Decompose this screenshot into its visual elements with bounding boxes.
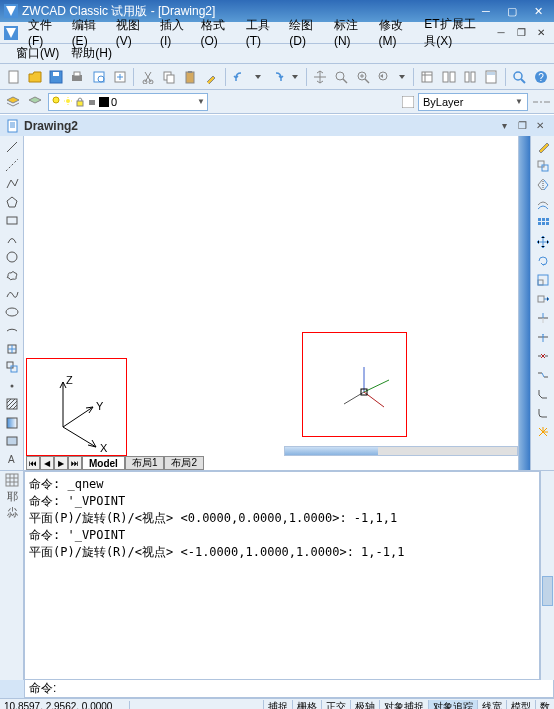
help-button[interactable]: ? <box>531 67 550 87</box>
explode-button[interactable] <box>533 423 553 441</box>
menu-help[interactable]: 帮助(H) <box>71 45 112 62</box>
block-button[interactable] <box>2 359 22 376</box>
zoom-realtime-button[interactable] <box>332 67 351 87</box>
menu-ext[interactable]: ET扩展工具(X) <box>418 14 490 52</box>
mtext-button[interactable]: A <box>2 451 22 468</box>
join-button[interactable] <box>533 366 553 384</box>
toggle-snap[interactable]: 捕捉 <box>263 700 292 710</box>
extend-button[interactable] <box>533 328 553 346</box>
undo-button[interactable] <box>230 67 249 87</box>
print-preview-button[interactable] <box>89 67 108 87</box>
doc-close-button[interactable]: ✕ <box>532 120 548 131</box>
horizontal-scrollbar[interactable] <box>284 446 518 456</box>
matchprop-button[interactable] <box>202 67 221 87</box>
stretch-button[interactable] <box>533 290 553 308</box>
toggle-model[interactable]: 模型 <box>506 700 535 710</box>
rectangle-button[interactable] <box>2 212 22 229</box>
arc-button[interactable] <box>2 230 22 247</box>
tab-prev-button[interactable]: ◀ <box>40 456 54 470</box>
text-icon[interactable]: 耶 <box>5 489 19 503</box>
close-button[interactable]: ✕ <box>526 3 550 19</box>
undo-dropdown[interactable] <box>251 73 264 81</box>
toggle-polar[interactable]: 极轴 <box>350 700 379 710</box>
erase-button[interactable] <box>533 138 553 156</box>
zoom-dropdown[interactable] <box>395 73 408 81</box>
command-input[interactable]: 命令: <box>24 680 554 698</box>
doc-restore-button[interactable]: ❐ <box>514 120 530 131</box>
save-button[interactable] <box>46 67 65 87</box>
rotate-button[interactable] <box>533 252 553 270</box>
publish-button[interactable] <box>110 67 129 87</box>
pline-button[interactable] <box>2 175 22 192</box>
gradient-button[interactable] <box>2 414 22 431</box>
grid-icon[interactable] <box>5 473 19 487</box>
offset-button[interactable] <box>533 195 553 213</box>
linetype-button[interactable] <box>532 93 550 111</box>
color-combo[interactable]: ByLayer ▼ <box>418 93 528 111</box>
properties-button[interactable] <box>418 67 437 87</box>
menu-format[interactable]: 格式(O) <box>195 15 238 50</box>
menu-dim[interactable]: 标注(N) <box>328 15 371 50</box>
chamfer-button[interactable] <box>533 385 553 403</box>
vertical-scrollbar[interactable] <box>518 136 530 470</box>
copy-obj-button[interactable] <box>533 157 553 175</box>
layer-combo[interactable]: 0 ▼ <box>48 93 208 111</box>
circle-button[interactable] <box>2 248 22 265</box>
ellipse-button[interactable] <box>2 304 22 321</box>
spline-button[interactable] <box>2 285 22 302</box>
toggle-num[interactable]: 数 <box>535 700 554 710</box>
char-icon[interactable]: 尛 <box>5 505 19 519</box>
layer-prev-button[interactable] <box>26 93 44 111</box>
open-button[interactable] <box>25 67 44 87</box>
toggle-lwt[interactable]: 线宽 <box>477 700 506 710</box>
print-button[interactable] <box>68 67 87 87</box>
calculator-button[interactable] <box>481 67 500 87</box>
redo-dropdown[interactable] <box>288 73 301 81</box>
move-button[interactable] <box>533 233 553 251</box>
menu-tools[interactable]: 工具(T) <box>240 15 282 50</box>
drawing-canvas[interactable]: Z Y X ⏮ ◀ ▶ ⏭ Model 布局1 布局2 <box>24 136 530 470</box>
menu-window[interactable]: 窗口(W) <box>16 45 59 62</box>
mirror-button[interactable] <box>533 176 553 194</box>
tab-last-button[interactable]: ⏭ <box>68 456 82 470</box>
maximize-button[interactable]: ▢ <box>500 3 524 19</box>
menu-insert[interactable]: 插入(I) <box>154 15 193 50</box>
insert-button[interactable] <box>2 340 22 357</box>
xline-button[interactable] <box>2 156 22 173</box>
toggle-grid[interactable]: 栅格 <box>292 700 321 710</box>
layer-manager-button[interactable] <box>4 93 22 111</box>
polygon-button[interactable] <box>2 193 22 210</box>
doc-close-button[interactable]: ✕ <box>532 26 550 40</box>
toolpalettes-button[interactable] <box>460 67 479 87</box>
zoom-previous-button[interactable] <box>374 67 393 87</box>
copy-button[interactable] <box>160 67 179 87</box>
find-button[interactable] <box>510 67 529 87</box>
zoom-window-button[interactable] <box>353 67 372 87</box>
revcloud-button[interactable] <box>2 267 22 284</box>
menu-view[interactable]: 视图(V) <box>110 15 152 50</box>
cut-button[interactable] <box>138 67 157 87</box>
menu-modify[interactable]: 修改(M) <box>373 15 417 50</box>
command-history[interactable]: 命令: _qnew 命令: '_VPOINT 平面(P)/旋转(R)/<视点> … <box>24 471 540 680</box>
designcenter-button[interactable] <box>439 67 458 87</box>
toggle-otrack[interactable]: 对象追踪 <box>428 700 477 710</box>
trim-button[interactable] <box>533 309 553 327</box>
tab-layout1[interactable]: 布局1 <box>125 456 165 470</box>
scale-button[interactable] <box>533 271 553 289</box>
tab-next-button[interactable]: ▶ <box>54 456 68 470</box>
doc-pin-button[interactable]: ▾ <box>496 120 512 131</box>
tab-model[interactable]: Model <box>82 456 125 470</box>
hatch-button[interactable] <box>2 395 22 412</box>
ellipsearc-button[interactable] <box>2 322 22 339</box>
toggle-ortho[interactable]: 正交 <box>321 700 350 710</box>
array-button[interactable] <box>533 214 553 232</box>
command-scrollbar[interactable] <box>540 471 554 680</box>
paste-button[interactable] <box>181 67 200 87</box>
new-button[interactable] <box>4 67 23 87</box>
region-button[interactable] <box>2 432 22 449</box>
fillet-button[interactable] <box>533 404 553 422</box>
doc-minimize-button[interactable]: ─ <box>492 26 510 40</box>
tab-layout2[interactable]: 布局2 <box>164 456 204 470</box>
redo-button[interactable] <box>267 67 286 87</box>
doc-restore-button[interactable]: ❐ <box>512 26 530 40</box>
